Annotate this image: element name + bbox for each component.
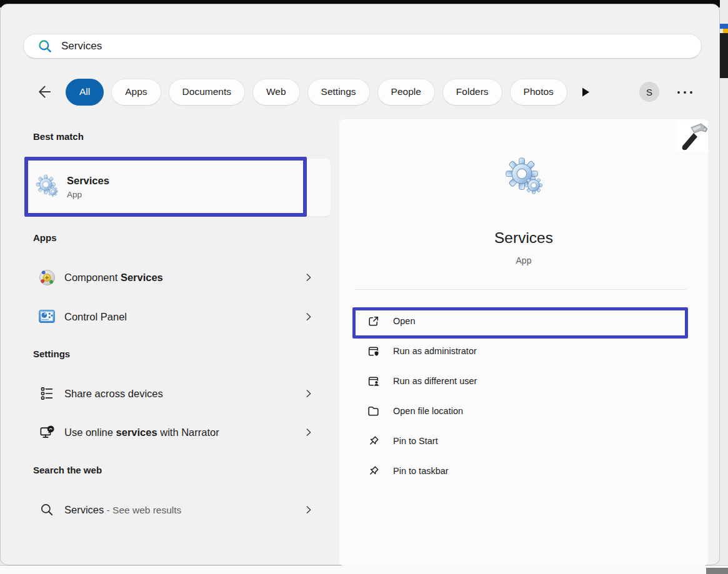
divider xyxy=(355,289,686,290)
component-services-icon xyxy=(37,268,57,287)
expand-chevron[interactable] xyxy=(303,272,314,283)
best-match-text: Services App xyxy=(67,174,109,201)
result-label: Component Services xyxy=(64,272,163,284)
search-icon xyxy=(37,38,53,54)
result-label: Control Panel xyxy=(64,311,127,323)
background-content-fleck xyxy=(720,24,728,29)
filter-tab-people[interactable]: People xyxy=(377,79,435,106)
search-input[interactable] xyxy=(61,37,690,56)
user-avatar[interactable]: S xyxy=(639,82,659,102)
pin-icon xyxy=(367,465,380,478)
control-panel-icon xyxy=(37,307,56,326)
action-label: Run as administrator xyxy=(393,346,477,356)
background-window-dark-block xyxy=(720,33,728,78)
best-match-title: Services xyxy=(67,174,109,187)
preview-actions: Open Run as administrator xyxy=(339,306,708,486)
result-control-panel[interactable]: Control Panel xyxy=(26,297,331,336)
window-shield-icon xyxy=(367,345,380,358)
expand-chevron[interactable] xyxy=(303,427,314,438)
best-match-result-services[interactable]: Services App xyxy=(26,159,331,216)
more-filters-button[interactable] xyxy=(577,84,594,100)
preview-subtitle: App xyxy=(339,255,708,265)
filter-tab-folders[interactable]: Folders xyxy=(442,79,502,106)
app-list-icon xyxy=(39,385,55,402)
options-button[interactable] xyxy=(676,88,696,97)
chevron-right-icon xyxy=(303,427,314,438)
selection-accent-bar xyxy=(26,177,28,199)
filter-tab-web[interactable]: Web xyxy=(252,79,300,106)
action-label: Pin to Start xyxy=(393,436,438,446)
filter-tab-documents[interactable]: Documents xyxy=(169,79,245,106)
web-search-magnifier-icon xyxy=(39,502,55,518)
action-pin-to-taskbar[interactable]: Pin to taskbar xyxy=(339,456,708,486)
preview-title: Services xyxy=(339,229,708,247)
search-the-web-header: Search the web xyxy=(33,465,102,475)
services-gears-icon-large xyxy=(502,157,546,200)
action-pin-to-start[interactable]: Pin to Start xyxy=(339,426,708,456)
result-label: Share across devices xyxy=(64,388,163,400)
result-web-search-services[interactable]: Services - See web results xyxy=(26,490,331,529)
action-run-as-administrator[interactable]: Run as administrator xyxy=(339,336,708,366)
narrator-monitor-icon xyxy=(39,424,56,441)
result-label: Use online services with Narrator xyxy=(64,427,219,438)
filter-pills: All Apps Documents Web Settings People F… xyxy=(66,79,567,106)
action-label: Open file location xyxy=(393,406,463,416)
window-person-icon xyxy=(367,375,380,388)
action-label: Pin to taskbar xyxy=(393,466,449,476)
settings-header: Settings xyxy=(33,349,70,359)
action-run-as-different-user[interactable]: Run as different user xyxy=(339,366,708,396)
expand-chevron[interactable] xyxy=(303,311,314,322)
action-label: Open xyxy=(393,316,415,326)
hammer-cursor-icon xyxy=(677,121,708,152)
best-match-header: Best match xyxy=(33,131,84,142)
preview-pane: Services App Open xyxy=(339,119,708,566)
search-flyout-panel: All Apps Documents Web Settings People F… xyxy=(0,4,720,565)
filter-tab-all[interactable]: All xyxy=(66,79,104,106)
background-window-right-edge xyxy=(720,0,728,574)
result-use-online-services-narrator[interactable]: Use online services with Narrator xyxy=(26,413,331,452)
filter-tab-apps[interactable]: Apps xyxy=(111,79,161,106)
background-content-fleck xyxy=(723,29,728,33)
chevron-right-icon xyxy=(303,272,314,283)
expand-chevron[interactable] xyxy=(303,388,314,399)
folder-icon xyxy=(367,405,380,418)
filter-tab-photos[interactable]: Photos xyxy=(510,79,567,106)
result-component-services[interactable]: Component Services xyxy=(26,258,331,297)
background-window-bottom-edge xyxy=(0,565,728,574)
filter-row: All Apps Documents Web Settings People F… xyxy=(32,78,594,106)
best-match-subtitle: App xyxy=(67,189,109,201)
background-window-corner xyxy=(706,568,728,574)
services-gears-icon xyxy=(34,174,60,200)
action-open[interactable]: Open xyxy=(339,306,708,336)
back-button[interactable] xyxy=(32,79,57,104)
action-open-file-location[interactable]: Open file location xyxy=(339,396,708,426)
chevron-right-icon xyxy=(303,311,314,322)
chevron-right-icon xyxy=(303,388,314,399)
back-arrow-icon xyxy=(36,84,52,100)
chevron-right-icon xyxy=(303,504,314,515)
expand-chevron[interactable] xyxy=(303,504,314,515)
apps-header: Apps xyxy=(33,232,57,243)
ellipsis-icon xyxy=(676,90,695,95)
search-bar[interactable] xyxy=(23,34,702,59)
filter-tab-settings[interactable]: Settings xyxy=(307,79,370,106)
result-share-across-devices[interactable]: Share across devices xyxy=(26,374,331,413)
open-external-icon xyxy=(367,315,380,328)
play-triangle-icon xyxy=(580,86,591,98)
action-label: Run as different user xyxy=(393,376,477,386)
pin-icon xyxy=(367,435,380,448)
result-label: Services - See web results xyxy=(64,504,181,516)
